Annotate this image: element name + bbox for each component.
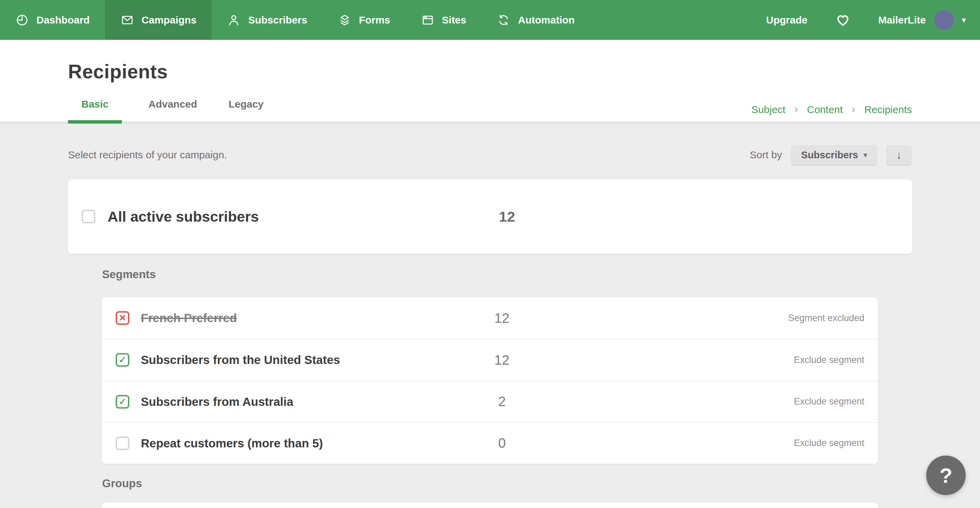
tab-bar: Basic Advanced Legacy bbox=[68, 99, 264, 121]
sort-value: Subscribers bbox=[801, 150, 858, 161]
all-active-count: 12 bbox=[490, 209, 524, 225]
chevron-right-icon: › bbox=[794, 103, 798, 115]
nav-item-subscribers[interactable]: Subscribers bbox=[212, 0, 322, 40]
forms-icon bbox=[338, 13, 352, 27]
tab-basic[interactable]: Basic bbox=[68, 99, 122, 121]
nav-item-label: Campaigns bbox=[142, 14, 197, 26]
segment-checkbox[interactable]: ✓ bbox=[116, 353, 129, 367]
arrow-down-icon: ↓ bbox=[896, 148, 902, 162]
sort-controls: Sort by Subscribers ▾ ↓ bbox=[749, 145, 912, 165]
heart-icon[interactable] bbox=[835, 13, 850, 27]
chevron-down-icon: ▾ bbox=[962, 16, 966, 24]
segment-label: French Preferred bbox=[141, 311, 237, 325]
nav-item-label: Automation bbox=[518, 14, 575, 26]
sort-by-label: Sort by bbox=[749, 149, 782, 161]
avatar bbox=[934, 10, 954, 30]
chevron-right-icon: › bbox=[852, 103, 856, 115]
all-active-subscribers-row[interactable]: All active subscribers 12 bbox=[68, 180, 912, 254]
segment-label: Subscribers from the United States bbox=[141, 353, 340, 367]
breadcrumb-subject[interactable]: Subject bbox=[751, 104, 785, 115]
tab-legacy[interactable]: Legacy bbox=[228, 99, 263, 121]
dashboard-icon bbox=[15, 13, 29, 27]
nav-item-label: Dashboard bbox=[37, 14, 90, 26]
segment-action[interactable]: Exclude segment bbox=[794, 397, 864, 407]
segment-count: 2 bbox=[487, 394, 517, 409]
sort-dropdown[interactable]: Subscribers ▾ bbox=[791, 145, 877, 165]
segment-checkbox[interactable]: ✕ bbox=[116, 311, 129, 325]
nav-item-label: Subscribers bbox=[248, 14, 307, 26]
segment-count: 0 bbox=[487, 435, 517, 451]
breadcrumb-recipients[interactable]: Recipients bbox=[864, 104, 912, 115]
all-active-label: All active subscribers bbox=[108, 209, 259, 225]
campaigns-icon bbox=[121, 13, 134, 27]
help-button[interactable]: ? bbox=[926, 455, 966, 495]
segment-label: Repeat customers (more than 5) bbox=[141, 436, 323, 450]
segment-row[interactable]: ✓ Subscribers from the United States 12 … bbox=[102, 339, 878, 380]
segment-row[interactable]: Repeat customers (more than 5) 0 Exclude… bbox=[102, 422, 878, 464]
top-navbar: Dashboard Campaigns Subscribers Forms Si… bbox=[0, 0, 980, 40]
groups-heading: Groups bbox=[102, 477, 142, 490]
caret-down-icon: ▾ bbox=[864, 151, 867, 159]
nav-item-campaigns[interactable]: Campaigns bbox=[105, 0, 212, 40]
segment-checkbox[interactable]: ✓ bbox=[116, 395, 129, 409]
segment-label: Subscribers from Australia bbox=[141, 395, 293, 409]
segment-row[interactable]: ✕ French Preferred 12 Segment excluded bbox=[102, 297, 878, 339]
toolbar: Select recipients of your campaign. Sort… bbox=[68, 145, 912, 165]
subscribers-icon bbox=[227, 13, 240, 27]
segment-action[interactable]: Exclude segment bbox=[794, 438, 864, 448]
nav-item-automation[interactable]: Automation bbox=[482, 0, 590, 40]
segment-row[interactable]: ✓ Subscribers from Australia 2 Exclude s… bbox=[102, 381, 878, 422]
page-title: Recipients bbox=[68, 60, 168, 83]
nav-item-label: Forms bbox=[359, 14, 390, 26]
upgrade-link[interactable]: Upgrade bbox=[766, 14, 808, 26]
question-mark-icon: ? bbox=[940, 463, 953, 487]
segment-action[interactable]: Exclude segment bbox=[794, 355, 864, 365]
automation-icon bbox=[497, 13, 511, 27]
nav-item-label: Sites bbox=[442, 14, 466, 26]
segment-count: 12 bbox=[487, 352, 517, 368]
page-description: Select recipients of your campaign. bbox=[68, 149, 227, 161]
segments-heading: Segments bbox=[102, 268, 156, 281]
sort-direction-button[interactable]: ↓ bbox=[886, 145, 912, 165]
segment-count: 12 bbox=[487, 311, 517, 326]
nav-item-dashboard[interactable]: Dashboard bbox=[0, 0, 105, 40]
main-content: Select recipients of your campaign. Sort… bbox=[0, 124, 980, 508]
nav-item-forms[interactable]: Forms bbox=[323, 0, 406, 40]
breadcrumb-content[interactable]: Content bbox=[807, 104, 843, 115]
navbar-right: Upgrade MailerLite ▾ bbox=[766, 0, 980, 40]
page-header: Recipients Subject › Content › Recipient… bbox=[0, 40, 980, 124]
nav-item-sites[interactable]: Sites bbox=[406, 0, 482, 40]
segment-action[interactable]: Segment excluded bbox=[788, 313, 864, 323]
breadcrumb: Subject › Content › Recipients bbox=[751, 104, 912, 115]
segments-list: ✕ French Preferred 12 Segment excluded ✓… bbox=[102, 297, 878, 464]
groups-list-partial bbox=[102, 503, 878, 508]
account-name: MailerLite bbox=[878, 14, 926, 26]
sites-icon bbox=[421, 13, 434, 27]
tab-advanced[interactable]: Advanced bbox=[148, 99, 197, 121]
account-menu[interactable]: MailerLite ▾ bbox=[878, 10, 966, 30]
segment-checkbox[interactable] bbox=[116, 436, 129, 450]
all-active-checkbox[interactable] bbox=[82, 210, 95, 223]
